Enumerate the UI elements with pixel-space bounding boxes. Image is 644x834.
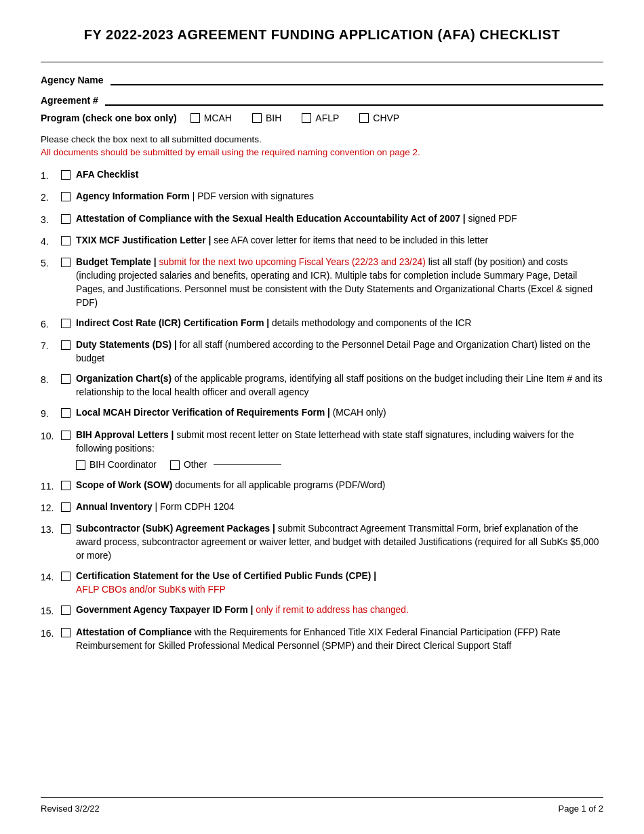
checklist-item-3: 3. Attestation of Compliance with the Se…: [41, 212, 603, 227]
item-13-content: Subcontractor (SubK) Agreement Packages …: [76, 522, 603, 563]
checklist-item-11: 11. Scope of Work (SOW) documents for al…: [41, 479, 603, 494]
bih-checkbox[interactable]: [252, 113, 262, 123]
item-14-number: 14.: [41, 570, 61, 584]
checklist-item-6: 6. Indirect Cost Rate (ICR) Certificatio…: [41, 317, 603, 332]
program-label: Program (check one box only): [41, 113, 177, 123]
bih-coordinator-label: BIH Coordinator: [89, 458, 157, 472]
item-12-content: Annual Inventory | Form CDPH 1204: [76, 500, 603, 514]
item-11-checkbox[interactable]: [61, 479, 76, 494]
checklist-item-13: 13. Subcontractor (SubK) Agreement Packa…: [41, 522, 603, 563]
item-15-checkbox[interactable]: [61, 603, 76, 618]
item-9-checkbox[interactable]: [61, 406, 76, 421]
item-9-number: 9.: [41, 406, 61, 420]
bih-coordinator-checkbox[interactable]: [76, 460, 85, 470]
item-3-checkbox[interactable]: [61, 212, 76, 227]
item-7-checkbox[interactable]: [61, 338, 76, 353]
item-2-checkbox[interactable]: [61, 190, 76, 205]
checklist-item-16: 16. Attestation of Compliance with the R…: [41, 626, 603, 653]
checklist-item-5: 5. Budget Template | submit for the next…: [41, 256, 603, 310]
page-title: FY 2022-2023 AGREEMENT FUNDING APPLICATI…: [41, 27, 603, 43]
other-checkbox-item[interactable]: Other: [170, 458, 282, 472]
agency-name-label: Agency Name: [41, 75, 104, 85]
item-2-content: Agency Information Form | PDF version wi…: [76, 190, 603, 203]
instructions-line1: Please check the box next to all submitt…: [41, 134, 603, 144]
item-6-number: 6.: [41, 317, 61, 331]
item-16-number: 16.: [41, 626, 61, 640]
checklist-item-9: 9. Local MCAH Director Verification of R…: [41, 406, 603, 421]
item-16-content: Attestation of Compliance with the Requi…: [76, 626, 603, 653]
bih-coordinator-checkbox-item[interactable]: BIH Coordinator: [76, 458, 157, 472]
item-7-number: 7.: [41, 338, 61, 353]
item-12-number: 12.: [41, 500, 61, 515]
checklist-item-1: 1. AFA Checklist: [41, 168, 603, 183]
agency-name-line[interactable]: [110, 72, 603, 85]
item-13-number: 13.: [41, 522, 61, 536]
item-14-content: Certification Statement for the Use of C…: [76, 570, 603, 597]
chvp-checkbox[interactable]: [359, 113, 369, 123]
program-options: MCAH BIH AFLP CHVP: [190, 113, 400, 123]
mcah-checkbox[interactable]: [190, 113, 200, 123]
chvp-label: CHVP: [373, 113, 399, 123]
checklist-item-8: 8. Organization Chart(s) of the applicab…: [41, 372, 603, 399]
item-3-content: Attestation of Compliance with the Sexua…: [76, 212, 603, 226]
item-6-checkbox[interactable]: [61, 317, 76, 332]
mcah-label: MCAH: [204, 113, 232, 123]
aflp-label: AFLP: [315, 113, 339, 123]
item-13-checkbox[interactable]: [61, 522, 76, 537]
item-4-content: TXIX MCF Justification Letter | see AFA …: [76, 234, 603, 247]
program-chvp[interactable]: CHVP: [359, 113, 399, 123]
checklist: 1. AFA Checklist 2. Agency Information F…: [41, 168, 603, 653]
item-8-checkbox[interactable]: [61, 372, 76, 387]
item-5-number: 5.: [41, 256, 61, 270]
checklist-item-2: 2. Agency Information Form | PDF version…: [41, 190, 603, 205]
program-mcah[interactable]: MCAH: [190, 113, 232, 123]
item-10-number: 10.: [41, 429, 61, 443]
footer: Revised 3/2/22 Page 1 of 2: [41, 797, 603, 814]
instructions-line2: All documents should be submitted by ema…: [41, 147, 603, 157]
program-aflp[interactable]: AFLP: [302, 113, 339, 123]
item-12-checkbox[interactable]: [61, 500, 76, 515]
program-bih[interactable]: BIH: [252, 113, 281, 123]
item-11-content: Scope of Work (SOW) documents for all ap…: [76, 479, 603, 492]
agreement-label: Agreement #: [41, 95, 98, 106]
item-11-number: 11.: [41, 479, 61, 493]
item-9-content: Local MCAH Director Verification of Requ…: [76, 406, 603, 420]
item-10-content: BIH Approval Letters | submit most recen…: [76, 429, 603, 472]
agency-name-field: Agency Name: [41, 72, 603, 85]
bih-label: BIH: [266, 113, 281, 123]
footer-page: Page 1 of 2: [559, 803, 604, 814]
item-1-number: 1.: [41, 168, 61, 182]
item-6-content: Indirect Cost Rate (ICR) Certification F…: [76, 317, 603, 330]
item-7-content: Duty Statements (DS) | for all staff (nu…: [76, 338, 603, 365]
item-4-number: 4.: [41, 234, 61, 248]
item-5-checkbox[interactable]: [61, 256, 76, 271]
item-1-content: AFA Checklist: [76, 168, 603, 182]
checklist-item-14: 14. Certification Statement for the Use …: [41, 570, 603, 597]
agreement-line[interactable]: [105, 92, 603, 106]
checklist-item-7: 7. Duty Statements (DS) | for all staff …: [41, 338, 603, 365]
item-8-number: 8.: [41, 372, 61, 386]
checklist-item-10: 10. BIH Approval Letters | submit most r…: [41, 429, 603, 472]
other-checkbox[interactable]: [170, 460, 180, 470]
item-16-checkbox[interactable]: [61, 626, 76, 641]
item-4-checkbox[interactable]: [61, 234, 76, 249]
item-10-checkbox[interactable]: [61, 429, 76, 443]
item-2-number: 2.: [41, 190, 61, 204]
item-14-checkbox[interactable]: [61, 570, 76, 584]
program-row: Program (check one box only) MCAH BIH AF…: [41, 113, 603, 123]
checklist-item-12: 12. Annual Inventory | Form CDPH 1204: [41, 500, 603, 515]
item-15-content: Government Agency Taxpayer ID Form | onl…: [76, 603, 603, 617]
item-10-sub-checkboxes: BIH Coordinator Other: [76, 458, 603, 472]
item-3-number: 3.: [41, 212, 61, 226]
other-label: Other: [184, 458, 207, 472]
item-1-checkbox[interactable]: [61, 168, 76, 183]
agreement-field: Agreement #: [41, 92, 603, 106]
item-15-number: 15.: [41, 603, 61, 618]
footer-revised: Revised 3/2/22: [41, 803, 100, 814]
checklist-item-4: 4. TXIX MCF Justification Letter | see A…: [41, 234, 603, 249]
item-8-content: Organization Chart(s) of the applicable …: [76, 372, 603, 399]
checklist-item-15: 15. Government Agency Taxpayer ID Form |…: [41, 603, 603, 618]
item-5-content: Budget Template | submit for the next tw…: [76, 256, 603, 310]
aflp-checkbox[interactable]: [302, 113, 311, 123]
other-line: [214, 464, 281, 465]
